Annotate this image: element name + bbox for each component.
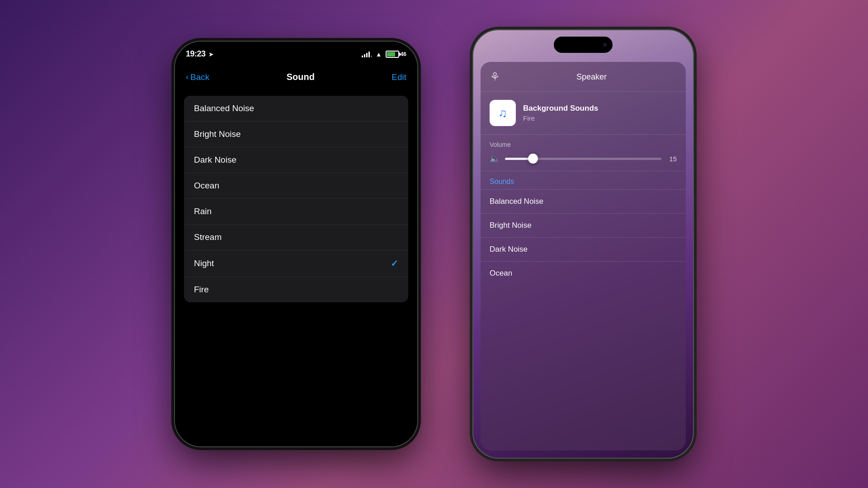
speaker-low-icon: 🔈 bbox=[490, 154, 500, 164]
sound-item-label: Balanced Noise bbox=[194, 103, 254, 113]
volume-slider[interactable] bbox=[505, 158, 661, 160]
track-details: Background Sounds Fire bbox=[523, 104, 677, 122]
signal-bar-1 bbox=[362, 56, 363, 57]
signal-bars-icon bbox=[362, 51, 372, 57]
sound-item-label: Night bbox=[194, 258, 214, 268]
track-subtitle: Fire bbox=[523, 114, 677, 122]
battery-level: 46 bbox=[401, 51, 406, 57]
location-arrow-icon: ➤ bbox=[208, 51, 214, 58]
sound-item-night[interactable]: Night ✓ bbox=[184, 250, 408, 277]
now-playing-card: ⚘ Speaker ♫ Background Sounds Fire Volum… bbox=[481, 62, 686, 450]
sound-item-label: Dark Noise bbox=[194, 155, 236, 165]
checkmark-icon: ✓ bbox=[391, 258, 398, 269]
sound-item-label: Rain bbox=[194, 206, 212, 216]
front-camera-icon bbox=[603, 42, 607, 47]
sound-item-rain[interactable]: Rain bbox=[184, 199, 408, 225]
sound-item-label: Fire bbox=[194, 285, 209, 295]
page-title: Sound bbox=[287, 72, 315, 82]
chevron-left-icon: ‹ bbox=[186, 72, 189, 82]
phone2-device: ⚘ Speaker ♫ Background Sounds Fire Volum… bbox=[472, 29, 694, 459]
volume-value: 15 bbox=[667, 155, 677, 163]
battery-container bbox=[386, 51, 399, 58]
np-sound-item-dark-noise[interactable]: Dark Noise bbox=[481, 237, 686, 261]
battery-fill bbox=[387, 52, 395, 56]
sound-list: Balanced Noise Bright Noise Dark Noise O… bbox=[184, 96, 408, 302]
volume-section: Volume 🔈 15 bbox=[481, 135, 686, 171]
now-playing-panel: ⚘ Speaker ♫ Background Sounds Fire Volum… bbox=[473, 62, 693, 458]
wifi-icon: ▲ bbox=[376, 51, 382, 58]
phone1-device: 19:23 ➤ ▲ 46 ‹ Back Sound bbox=[174, 41, 418, 447]
battery-indicator: 46 bbox=[386, 51, 406, 58]
track-title: Background Sounds bbox=[523, 104, 677, 113]
phone1-status-bar: 19:23 ➤ ▲ 46 bbox=[175, 42, 417, 66]
status-right: ▲ 46 bbox=[362, 51, 406, 58]
np-sound-item-bright-noise[interactable]: Bright Noise bbox=[481, 213, 686, 237]
np-sound-label: Balanced Noise bbox=[490, 197, 543, 206]
signal-bar-4 bbox=[368, 52, 370, 57]
sound-item-fire[interactable]: Fire bbox=[184, 277, 408, 302]
back-button[interactable]: ‹ Back bbox=[186, 72, 209, 82]
signal-bar-3 bbox=[366, 53, 368, 57]
track-info-row: ♫ Background Sounds Fire bbox=[481, 92, 686, 135]
sound-item-stream[interactable]: Stream bbox=[184, 225, 408, 250]
status-left: 19:23 ➤ bbox=[186, 49, 214, 59]
np-sound-label: Bright Noise bbox=[490, 221, 532, 230]
volume-label: Volume bbox=[490, 141, 677, 148]
np-sound-item-balanced-noise[interactable]: Balanced Noise bbox=[481, 189, 686, 213]
volume-slider-thumb[interactable] bbox=[528, 154, 538, 164]
sound-item-label: Stream bbox=[194, 232, 222, 242]
sounds-section-header: Sounds bbox=[481, 171, 686, 189]
back-label: Back bbox=[190, 72, 209, 82]
ear-icon: ⚘ bbox=[490, 70, 500, 84]
np-sound-item-ocean[interactable]: Ocean bbox=[481, 261, 686, 285]
np-sound-label: Ocean bbox=[490, 269, 512, 277]
dynamic-island bbox=[554, 37, 613, 53]
sound-item-label: Bright Noise bbox=[194, 129, 241, 139]
sound-list-container: Balanced Noise Bright Noise Dark Noise O… bbox=[175, 89, 417, 446]
signal-bar-5 bbox=[371, 56, 372, 57]
sound-item-balanced-noise[interactable]: Balanced Noise bbox=[184, 96, 408, 122]
edit-button[interactable]: Edit bbox=[392, 72, 406, 82]
album-art: ♫ bbox=[490, 100, 516, 126]
sound-item-label: Ocean bbox=[194, 181, 219, 191]
sound-item-ocean[interactable]: Ocean bbox=[184, 173, 408, 199]
audio-source-label: Speaker bbox=[506, 72, 677, 82]
sound-item-dark-noise[interactable]: Dark Noise bbox=[184, 147, 408, 173]
signal-bar-2 bbox=[364, 54, 365, 57]
status-time: 19:23 bbox=[186, 49, 206, 59]
now-playing-header: ⚘ Speaker bbox=[481, 62, 686, 92]
music-notes-icon: ♫ bbox=[498, 106, 507, 120]
volume-row: 🔈 15 bbox=[490, 154, 677, 164]
sounds-section: Sounds Balanced Noise Bright Noise Dark … bbox=[481, 171, 686, 450]
np-sound-label: Dark Noise bbox=[490, 245, 528, 253]
navigation-bar: ‹ Back Sound Edit bbox=[175, 66, 417, 89]
sound-item-bright-noise[interactable]: Bright Noise bbox=[184, 122, 408, 147]
